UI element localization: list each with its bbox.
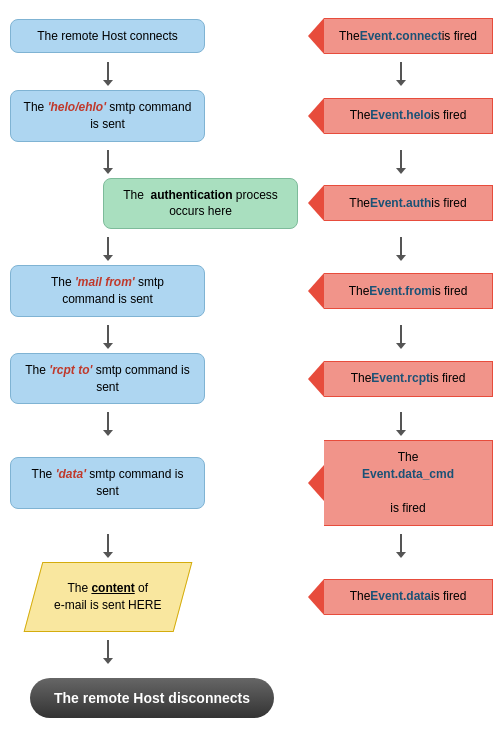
- event-name-from: Event.from: [369, 283, 432, 300]
- right-connector-4: [308, 325, 493, 345]
- connector-1: [0, 62, 503, 82]
- arrow-down-left-5: [107, 412, 109, 432]
- left-connector-2: [10, 150, 205, 170]
- arrow-down-right-4: [400, 325, 402, 345]
- diamond-shape: The content ofe-mail is sent HERE: [23, 562, 192, 632]
- connector-7: [0, 640, 503, 660]
- arrow-down-left-3: [107, 237, 109, 257]
- row-from: The 'mail from' smtp command is sent The…: [0, 257, 503, 325]
- arrow-tab-connect: [308, 18, 324, 54]
- right-box-data-cmd: The Event.data_cmdis fired: [308, 440, 493, 525]
- right-box-data: The Event.data is fired: [308, 579, 493, 615]
- left-box-data-cmd: The 'data' smtp command is sent: [10, 457, 205, 509]
- arrow-tab-data: [308, 579, 324, 615]
- arrow-down-left-4: [107, 325, 109, 345]
- arrow-tab-data-cmd: [308, 465, 324, 501]
- left-connector-1: [10, 62, 205, 82]
- arrow-tab-helo: [308, 98, 324, 134]
- right-box-helo: The Event.helo is fired: [308, 98, 493, 134]
- arrow-down-right-1: [400, 62, 402, 82]
- connector-6: [0, 534, 503, 554]
- right-connector-6: [308, 534, 493, 554]
- event-box-data-cmd: The Event.data_cmdis fired: [324, 440, 493, 525]
- event-name-data-cmd: Event.data_cmd: [362, 466, 454, 483]
- rcpt-highlight: 'rcpt to': [49, 363, 92, 377]
- row-data-cmd: The 'data' smtp command is sent The Even…: [0, 432, 503, 533]
- arrow-down-left-1: [107, 62, 109, 82]
- right-box-rcpt: The Event.rcpt is fired: [308, 361, 493, 397]
- from-highlight: 'mail from': [75, 275, 135, 289]
- bottom-row: The remote Host disconnects: [0, 660, 503, 736]
- content-highlight: content: [91, 581, 134, 595]
- helo-highlight: 'helo/ehlo': [48, 100, 106, 114]
- event-box-connect: The Event.connect is fired: [324, 18, 493, 54]
- right-connector-7: [308, 640, 493, 660]
- arrow-tab-rcpt: [308, 361, 324, 397]
- event-box-data: The Event.data is fired: [324, 579, 493, 615]
- left-connector-5: [10, 412, 205, 432]
- row-rcpt: The 'rcpt to' smtp command is sent The E…: [0, 345, 503, 413]
- arrow-down-left-6: [107, 534, 109, 554]
- row-helo: The 'helo/ehlo' smtp command is sent The…: [0, 82, 503, 150]
- row-connect: The remote Host connects The Event.conne…: [0, 10, 503, 62]
- connector-2: [0, 150, 503, 170]
- right-connector-2: [308, 150, 493, 170]
- right-box-connect: The Event.connect is fired: [308, 18, 493, 54]
- diamond-text: The content ofe-mail is sent HERE: [54, 580, 161, 614]
- right-connector-1: [308, 62, 493, 82]
- arrow-tab-from: [308, 273, 324, 309]
- connector-4: [0, 325, 503, 345]
- event-name-data: Event.data: [370, 588, 431, 605]
- left-box-auth: The authentication process occurs here: [103, 178, 298, 230]
- arrow-down-right-3: [400, 237, 402, 257]
- event-box-helo: The Event.helo is fired: [324, 98, 493, 134]
- event-box-from: The Event.from is fired: [324, 273, 493, 309]
- right-connector-3: [308, 237, 493, 257]
- left-box-connect: The remote Host connects: [10, 19, 205, 54]
- left-connector-6: [10, 534, 205, 554]
- right-box-from: The Event.from is fired: [308, 273, 493, 309]
- arrow-down-left-2: [107, 150, 109, 170]
- arrow-down-right-5: [400, 412, 402, 432]
- disconnect-label: The remote Host disconnects: [54, 690, 250, 706]
- event-name-helo: Event.helo: [370, 107, 431, 124]
- arrow-down-left-7: [107, 640, 109, 660]
- left-connector-7: [10, 640, 205, 660]
- event-box-auth: The Event.auth is fired: [324, 185, 493, 221]
- left-connector-3: [10, 237, 205, 257]
- right-box-auth: The Event.auth is fired: [308, 185, 493, 221]
- disconnect-pill: The remote Host disconnects: [30, 678, 274, 718]
- data-cmd-highlight: 'data': [56, 467, 86, 481]
- left-box-rcpt: The 'rcpt to' smtp command is sent: [10, 353, 205, 405]
- connector-3: [0, 237, 503, 257]
- right-connector-5: [308, 412, 493, 432]
- row-content: The content ofe-mail is sent HERE The Ev…: [0, 554, 503, 640]
- event-name-rcpt: Event.rcpt: [371, 370, 430, 387]
- row-auth: The authentication process occurs here T…: [0, 170, 503, 238]
- left-box-helo: The 'helo/ehlo' smtp command is sent: [10, 90, 205, 142]
- event-name-auth: Event.auth: [370, 195, 431, 212]
- diamond-container: The content ofe-mail is sent HERE: [10, 562, 205, 632]
- arrow-down-right-2: [400, 150, 402, 170]
- connector-5: [0, 412, 503, 432]
- arrow-tab-auth: [308, 185, 324, 221]
- left-connector-4: [10, 325, 205, 345]
- event-name-connect: Event.connect: [360, 28, 442, 45]
- left-box-from: The 'mail from' smtp command is sent: [10, 265, 205, 317]
- arrow-down-right-6: [400, 534, 402, 554]
- event-box-rcpt: The Event.rcpt is fired: [324, 361, 493, 397]
- auth-highlight: authentication: [150, 188, 232, 202]
- diagram: The remote Host connects The Event.conne…: [0, 0, 503, 746]
